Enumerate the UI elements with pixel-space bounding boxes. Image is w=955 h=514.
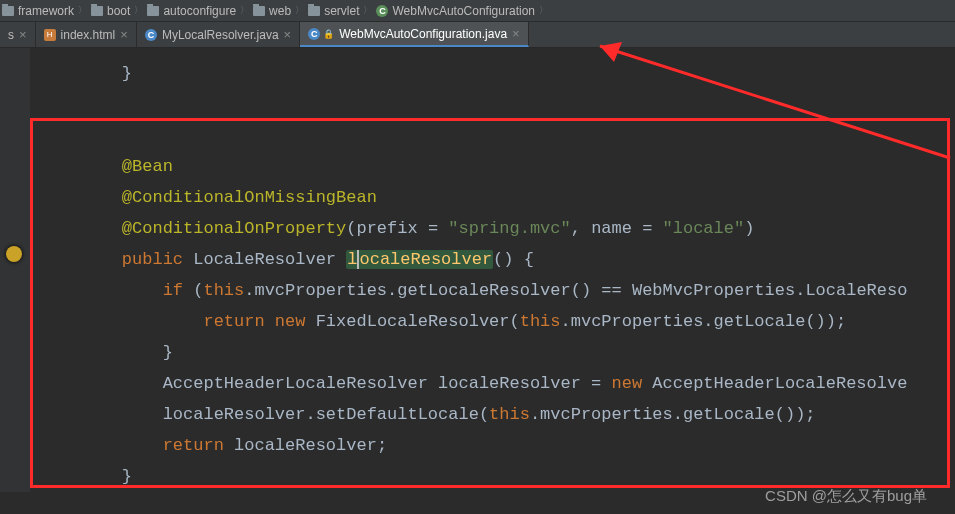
tab-mylocalresolver[interactable]: CMyLocalResolver.java×: [137, 22, 300, 47]
html-icon: H: [44, 29, 56, 41]
gutter: [0, 48, 30, 492]
string-prefix: "spring.mvc": [448, 219, 570, 238]
chevron-icon: 〉: [240, 4, 249, 17]
crumb-web[interactable]: web: [253, 4, 291, 18]
chevron-icon: 〉: [295, 4, 304, 17]
close-icon[interactable]: ×: [19, 27, 27, 42]
crumb-servlet[interactable]: servlet: [308, 4, 359, 18]
close-icon[interactable]: ×: [512, 26, 520, 41]
crumb-boot[interactable]: boot: [91, 4, 130, 18]
editor-tabs: s× Hindex.html× CMyLocalResolver.java× C…: [0, 22, 955, 48]
folder-icon: [2, 6, 14, 16]
crumb-autoconfigure[interactable]: autoconfigure: [147, 4, 236, 18]
folder-icon: [253, 6, 265, 16]
string-name: "locale": [663, 219, 745, 238]
annotation-conditionalonproperty: @ConditionalOnProperty: [122, 219, 346, 238]
crumb-class[interactable]: CWebMvcAutoConfiguration: [376, 4, 535, 18]
folder-icon: [91, 6, 103, 16]
class-icon: C: [308, 28, 320, 40]
tab-index-html[interactable]: Hindex.html×: [36, 22, 137, 47]
lock-icon: 🔒: [323, 29, 334, 39]
folder-icon: [147, 6, 159, 16]
close-icon[interactable]: ×: [120, 27, 128, 42]
chevron-icon: 〉: [78, 4, 87, 17]
tab-webmvcautoconfiguration[interactable]: C🔒WebMvcAutoConfiguration.java×: [300, 22, 528, 47]
annotation-conditionalonmissingbean: @ConditionalOnMissingBean: [122, 188, 377, 207]
chevron-icon: 〉: [363, 4, 372, 17]
method-localeresolver: localeResolver: [346, 250, 493, 269]
crumb-framework[interactable]: framework: [2, 4, 74, 18]
chevron-icon: 〉: [539, 4, 548, 17]
class-icon: C: [376, 5, 388, 17]
tab-unknown[interactable]: s×: [0, 22, 36, 47]
chevron-icon: 〉: [134, 4, 143, 17]
brace: }: [122, 64, 132, 83]
class-icon: C: [145, 29, 157, 41]
annotation-bean: @Bean: [122, 157, 173, 176]
code-editor[interactable]: } @Bean @ConditionalOnMissingBean @Condi…: [0, 48, 955, 492]
folder-icon: [308, 6, 320, 16]
intention-bulb-icon[interactable]: [6, 246, 22, 262]
code-block[interactable]: } @Bean @ConditionalOnMissingBean @Condi…: [30, 58, 955, 492]
close-icon[interactable]: ×: [284, 27, 292, 42]
watermark: CSDN @怎么又有bug单: [765, 487, 927, 506]
breadcrumb: framework〉 boot〉 autoconfigure〉 web〉 ser…: [0, 0, 955, 22]
